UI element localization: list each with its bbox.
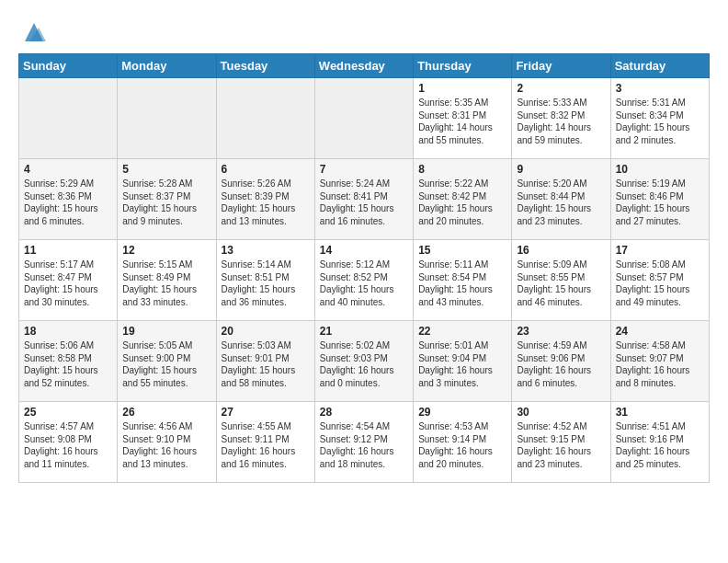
week-row-5: 25Sunrise: 4:57 AMSunset: 9:08 PMDayligh…	[19, 402, 710, 483]
cell-line: Daylight: 16 hours	[517, 364, 605, 377]
cell-line: Sunrise: 4:56 AM	[122, 420, 210, 433]
cell-line: Daylight: 15 hours	[122, 364, 210, 377]
cell-text: Sunrise: 5:22 AMSunset: 8:42 PMDaylight:…	[418, 178, 506, 227]
calendar-cell: 14Sunrise: 5:12 AMSunset: 8:52 PMDayligh…	[314, 240, 413, 321]
cell-line: and 40 minutes.	[320, 296, 408, 309]
cell-text: Sunrise: 4:55 AMSunset: 9:11 PMDaylight:…	[222, 420, 310, 470]
cell-line: Sunset: 9:14 PM	[418, 433, 506, 446]
cell-line: and 0 minutes.	[320, 377, 408, 390]
calendar-cell: 13Sunrise: 5:14 AMSunset: 8:51 PMDayligh…	[216, 240, 314, 321]
cell-line: Daylight: 14 hours	[517, 121, 605, 134]
day-number: 26	[122, 406, 210, 419]
day-number: 28	[320, 406, 408, 419]
logo	[18, 18, 48, 46]
cell-line: Daylight: 15 hours	[418, 283, 506, 296]
cell-text: Sunrise: 4:51 AMSunset: 9:16 PMDaylight:…	[616, 420, 704, 470]
cell-line: and 6 minutes.	[517, 377, 605, 390]
cell-line: Sunset: 8:42 PM	[418, 190, 506, 203]
day-number: 3	[616, 82, 704, 95]
cell-line: Daylight: 15 hours	[222, 364, 310, 377]
cell-line: Sunrise: 5:20 AM	[517, 178, 605, 190]
calendar-cell: 28Sunrise: 4:54 AMSunset: 9:12 PMDayligh…	[314, 402, 413, 483]
cell-line: Sunrise: 4:58 AM	[616, 339, 704, 352]
cell-line: Sunrise: 4:53 AM	[418, 420, 506, 433]
cell-line: and 25 minutes.	[616, 458, 704, 471]
cell-line: Sunset: 8:44 PM	[517, 190, 605, 203]
cell-line: Sunrise: 5:02 AM	[320, 339, 408, 352]
calendar-cell: 1Sunrise: 5:35 AMSunset: 8:31 PMDaylight…	[414, 78, 512, 159]
cell-line: and 23 minutes.	[517, 215, 605, 228]
day-number: 1	[418, 82, 506, 95]
weekday-header-friday: Friday	[512, 54, 610, 78]
cell-text: Sunrise: 4:56 AMSunset: 9:10 PMDaylight:…	[122, 420, 210, 470]
day-number: 23	[517, 325, 605, 338]
cell-line: Daylight: 16 hours	[418, 445, 506, 458]
day-number: 10	[616, 163, 704, 176]
weekday-header-row: SundayMondayTuesdayWednesdayThursdayFrid…	[19, 54, 710, 78]
calendar-cell: 24Sunrise: 4:58 AMSunset: 9:07 PMDayligh…	[610, 321, 709, 402]
cell-line: and 16 minutes.	[320, 215, 408, 228]
cell-line: Daylight: 16 hours	[320, 445, 408, 458]
cell-line: and 55 minutes.	[122, 377, 210, 390]
cell-line: Sunrise: 5:22 AM	[418, 178, 506, 190]
cell-line: and 55 minutes.	[418, 134, 506, 147]
cell-line: Daylight: 15 hours	[517, 202, 605, 215]
cell-line: and 11 minutes.	[24, 458, 112, 471]
cell-line: Sunrise: 4:59 AM	[517, 339, 605, 352]
cell-line: Daylight: 16 hours	[616, 364, 704, 377]
cell-text: Sunrise: 5:15 AMSunset: 8:49 PMDaylight:…	[122, 259, 210, 308]
weekday-header-thursday: Thursday	[414, 54, 512, 78]
cell-line: Daylight: 15 hours	[320, 202, 408, 215]
cell-line: Sunrise: 5:06 AM	[24, 339, 112, 352]
cell-line: Sunset: 8:32 PM	[517, 109, 605, 122]
cell-line: Sunset: 8:37 PM	[122, 190, 210, 203]
cell-line: Sunrise: 4:51 AM	[616, 420, 704, 433]
calendar-cell: 19Sunrise: 5:05 AMSunset: 9:00 PMDayligh…	[118, 321, 216, 402]
cell-line: Sunset: 8:54 PM	[418, 271, 506, 284]
cell-text: Sunrise: 5:35 AMSunset: 8:31 PMDaylight:…	[418, 97, 506, 146]
day-number: 19	[122, 325, 210, 338]
cell-line: Daylight: 15 hours	[222, 202, 310, 215]
cell-line: and 27 minutes.	[616, 215, 704, 228]
day-number: 6	[222, 163, 310, 176]
cell-line: Sunrise: 5:05 AM	[122, 339, 210, 352]
cell-text: Sunrise: 5:03 AMSunset: 9:01 PMDaylight:…	[222, 339, 310, 389]
calendar-cell: 9Sunrise: 5:20 AMSunset: 8:44 PMDaylight…	[512, 159, 610, 240]
day-number: 18	[24, 325, 112, 338]
cell-text: Sunrise: 5:33 AMSunset: 8:32 PMDaylight:…	[517, 97, 605, 146]
cell-text: Sunrise: 5:14 AMSunset: 8:51 PMDaylight:…	[222, 259, 310, 308]
calendar-cell: 7Sunrise: 5:24 AMSunset: 8:41 PMDaylight…	[314, 159, 413, 240]
cell-line: Sunset: 9:12 PM	[320, 433, 408, 446]
cell-line: Sunset: 9:04 PM	[418, 352, 506, 365]
day-number: 9	[517, 163, 605, 176]
cell-line: Sunrise: 5:31 AM	[616, 97, 704, 109]
header	[18, 18, 710, 46]
day-number: 16	[517, 244, 605, 257]
cell-text: Sunrise: 5:31 AMSunset: 8:34 PMDaylight:…	[616, 97, 704, 146]
cell-text: Sunrise: 5:08 AMSunset: 8:57 PMDaylight:…	[616, 259, 704, 308]
calendar-cell: 6Sunrise: 5:26 AMSunset: 8:39 PMDaylight…	[216, 159, 314, 240]
cell-line: Daylight: 15 hours	[616, 283, 704, 296]
cell-line: and 9 minutes.	[122, 215, 210, 228]
day-number: 4	[24, 163, 112, 176]
day-number: 29	[418, 406, 506, 419]
cell-line: Daylight: 16 hours	[616, 445, 704, 458]
cell-line: Sunset: 8:47 PM	[24, 271, 112, 284]
cell-line: Sunset: 9:10 PM	[122, 433, 210, 446]
cell-line: Daylight: 15 hours	[616, 202, 704, 215]
calendar-cell: 12Sunrise: 5:15 AMSunset: 8:49 PMDayligh…	[118, 240, 216, 321]
cell-line: Daylight: 16 hours	[24, 445, 112, 458]
cell-line: Sunrise: 4:52 AM	[517, 420, 605, 433]
calendar-cell: 26Sunrise: 4:56 AMSunset: 9:10 PMDayligh…	[118, 402, 216, 483]
cell-line: and 16 minutes.	[222, 458, 310, 471]
calendar-cell: 22Sunrise: 5:01 AMSunset: 9:04 PMDayligh…	[414, 321, 512, 402]
week-row-2: 4Sunrise: 5:29 AMSunset: 8:36 PMDaylight…	[19, 159, 710, 240]
cell-line: and 33 minutes.	[122, 296, 210, 309]
cell-line: Daylight: 15 hours	[320, 283, 408, 296]
calendar-cell: 17Sunrise: 5:08 AMSunset: 8:57 PMDayligh…	[610, 240, 709, 321]
weekday-header-sunday: Sunday	[19, 54, 118, 78]
cell-line: Daylight: 15 hours	[222, 283, 310, 296]
calendar-cell: 8Sunrise: 5:22 AMSunset: 8:42 PMDaylight…	[414, 159, 512, 240]
cell-line: Daylight: 15 hours	[24, 283, 112, 296]
cell-line: Daylight: 15 hours	[24, 364, 112, 377]
